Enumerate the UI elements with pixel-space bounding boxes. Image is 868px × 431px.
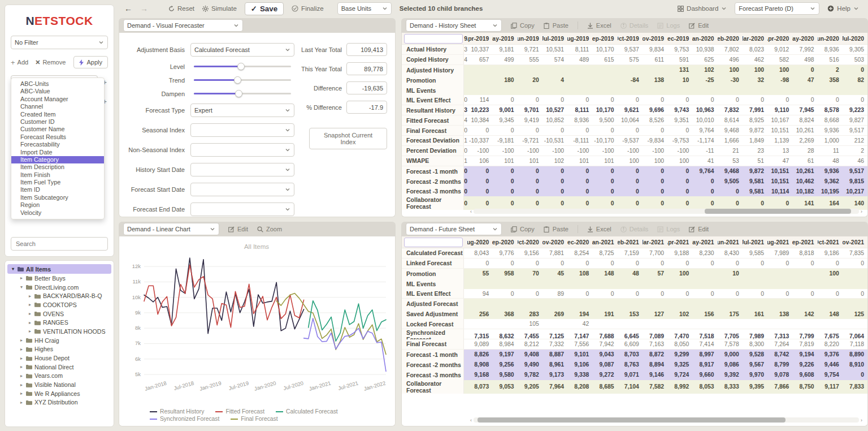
data-cell[interactable]: 0 (542, 186, 567, 196)
data-cell[interactable]: 23 (743, 146, 767, 156)
data-cell[interactable]: 9,537 (618, 45, 643, 54)
data-cell[interactable] (843, 299, 867, 309)
data-cell[interactable] (792, 319, 817, 329)
data-cell[interactable]: 70 (518, 269, 542, 279)
data-cell[interactable] (843, 319, 867, 329)
data-cell[interactable]: 0 (467, 176, 492, 187)
data-cell[interactable]: 7,964 (542, 380, 567, 394)
data-cell[interactable] (518, 299, 542, 309)
data-cell[interactable]: 108 (567, 269, 592, 279)
tree-item[interactable]: ▸HH Craig (7, 336, 111, 345)
dropdown-option[interactable]: Channel (11, 103, 104, 110)
data-cell[interactable]: 7,163 (643, 339, 667, 349)
data-cell[interactable]: 0 (743, 258, 767, 268)
scroll-right-arrow-icon[interactable]: › (859, 417, 864, 423)
data-cell[interactable]: 7,104 (618, 380, 643, 394)
data-cell[interactable]: 7,582 (643, 380, 667, 394)
data-cell[interactable]: 9,701 (518, 105, 542, 115)
data-cell[interactable]: 8,333 (718, 380, 743, 394)
data-cell[interactable]: 8,917 (692, 360, 717, 370)
data-cell[interactable]: 9,101 (567, 350, 592, 360)
data-cell[interactable]: 102 (667, 309, 692, 319)
data-cell[interactable]: 555 (518, 55, 542, 64)
data-cell[interactable] (467, 299, 492, 309)
data-cell[interactable]: 100 (667, 156, 692, 166)
data-cell[interactable]: 10 (718, 269, 743, 279)
data-cell[interactable]: 156 (692, 309, 717, 319)
chart-edit-button[interactable]: Edit (228, 226, 248, 232)
linear-chart[interactable]: All Items5k6k7k8k9k10k11k12kJan-2018Jul-… (123, 239, 390, 406)
data-cell[interactable]: 0 (518, 176, 542, 187)
dropdown-option[interactable]: ABC-Value (11, 88, 104, 95)
data-cell[interactable]: 0 (792, 65, 817, 75)
data-cell[interactable]: 4 (542, 75, 567, 85)
data-cell[interactable]: 11 (818, 146, 843, 156)
scrollbar-track[interactable] (474, 417, 859, 423)
data-cell[interactable]: 45 (542, 269, 567, 279)
data-cell[interactable] (467, 319, 492, 329)
data-cell[interactable]: 0 (492, 95, 517, 105)
data-cell[interactable]: 10,963 (692, 105, 717, 115)
data-cell[interactable]: 0 (767, 258, 792, 268)
edit-button[interactable]: Edit (689, 226, 709, 232)
data-cell[interactable]: -100 (467, 146, 492, 156)
data-cell[interactable]: 8,073 (467, 380, 492, 394)
data-cell[interactable]: 2 (843, 146, 867, 156)
tree-item[interactable]: ▸VENTILATION HOODS (7, 327, 111, 336)
panel-select-visual-forecaster[interactable]: Demand - Visual Forecaster (123, 19, 243, 32)
data-cell[interactable]: 7,835 (843, 248, 867, 258)
data-cell[interactable]: 47 (792, 75, 817, 85)
data-cell[interactable]: 0 (718, 186, 743, 196)
data-cell[interactable]: 9,156 (518, 248, 542, 258)
data-cell[interactable]: 10,170 (592, 45, 617, 54)
data-cell[interactable]: 114 (467, 95, 492, 105)
vf-select-forecast-type[interactable]: Expert (190, 104, 294, 117)
data-cell[interactable]: 1,139 (767, 136, 792, 145)
data-cell[interactable]: -10,337 (467, 136, 492, 145)
data-cell[interactable] (618, 279, 643, 289)
data-cell[interactable]: 0 (518, 166, 542, 176)
data-cell[interactable] (792, 279, 817, 289)
data-cell[interactable]: 0 (567, 95, 592, 105)
data-cell[interactable]: 9,012 (767, 45, 792, 54)
data-cell[interactable]: 20 (518, 75, 542, 85)
data-cell[interactable]: 9,186 (818, 248, 843, 258)
data-cell[interactable]: 0 (667, 126, 692, 135)
data-cell[interactable] (718, 319, 743, 329)
data-cell[interactable]: 9,970 (743, 370, 767, 380)
panel-select-linear-chart[interactable]: Demand - Linear Chart (123, 223, 219, 235)
data-cell[interactable]: 7,578 (718, 339, 743, 349)
data-cell[interactable]: 89 (542, 289, 567, 299)
data-cell[interactable]: 0 (592, 289, 617, 299)
vf-select-seasonal-index[interactable] (190, 123, 294, 137)
data-cell[interactable]: 516 (818, 55, 843, 64)
data-cell[interactable]: 0 (767, 289, 792, 299)
data-cell[interactable]: 9,528 (743, 350, 767, 360)
apply-button[interactable]: Apply (73, 56, 108, 68)
dashboard-menu[interactable]: Dashboard (678, 5, 727, 12)
data-cell[interactable] (667, 319, 692, 329)
data-cell[interactable]: 9,043 (592, 350, 617, 360)
caret-down-icon[interactable]: ▾ (19, 285, 24, 290)
data-cell[interactable]: 9,764 (692, 126, 717, 135)
data-cell[interactable]: 0 (592, 166, 617, 176)
data-cell[interactable]: 9,299 (667, 350, 692, 360)
data-cell[interactable]: 8,872 (643, 350, 667, 360)
legend-item[interactable]: Fitted Forecast (215, 408, 264, 415)
data-cell[interactable]: 57 (643, 269, 667, 279)
data-cell[interactable]: 7,833 (843, 380, 867, 394)
data-cell[interactable]: 9,505 (718, 176, 743, 187)
data-cell[interactable]: 0 (843, 258, 867, 268)
data-cell[interactable]: 8,997 (692, 350, 717, 360)
data-cell[interactable]: 0 (518, 95, 542, 105)
data-cell[interactable]: 9,872 (743, 166, 767, 176)
data-cell[interactable] (792, 299, 817, 309)
panel-select-future-sheet[interactable]: Demand - Future Sheet (406, 223, 502, 235)
data-cell[interactable]: 625 (692, 55, 717, 64)
data-cell[interactable]: 8,742 (767, 350, 792, 360)
data-cell[interactable]: 0 (618, 258, 643, 268)
data-cell[interactable]: 0 (567, 258, 592, 268)
back-arrow-icon[interactable]: ← (124, 4, 132, 13)
data-cell[interactable]: 55 (467, 269, 492, 279)
dropdown-option[interactable]: Velocity (11, 209, 104, 217)
